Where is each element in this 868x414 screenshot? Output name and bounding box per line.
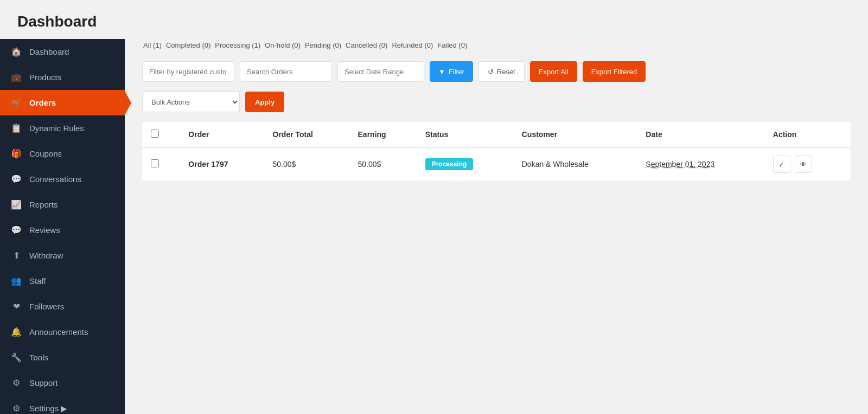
main-content: All (1) Completed (0) Processing (1) On-… — [125, 39, 868, 414]
bulk-actions-row: Bulk Actions Apply — [142, 92, 851, 112]
export-filtered-button[interactable]: Export Filtered — [583, 61, 646, 82]
reset-button[interactable]: ↺ Reset — [478, 61, 525, 82]
bulk-actions-select[interactable]: Bulk Actions — [142, 92, 240, 112]
sidebar-label-settings: Settings ▶ — [29, 404, 67, 413]
sidebar-item-announcements[interactable]: 🔔 Announcements — [0, 319, 125, 345]
tab-failed[interactable]: Failed (0) — [436, 39, 468, 51]
tab-completed[interactable]: Completed (0) — [165, 39, 212, 51]
col-status: Status — [417, 122, 513, 147]
col-action: Action — [764, 122, 851, 147]
status-badge: Processing — [425, 158, 474, 170]
sidebar-label-products: Products — [29, 73, 61, 82]
date-range-input[interactable] — [337, 61, 424, 82]
sidebar-item-dashboard[interactable]: 🏠 Dashboard — [0, 39, 125, 64]
export-all-label: Export All — [539, 68, 569, 76]
status-tabs: All (1) Completed (0) Processing (1) On-… — [142, 39, 851, 51]
col-date: Date — [637, 122, 764, 147]
col-order-total: Order Total — [264, 122, 349, 147]
col-customer: Customer — [513, 122, 637, 147]
staff-icon: 👥 — [11, 276, 22, 286]
support-icon: ⚙ — [11, 378, 22, 388]
sidebar-item-conversations[interactable]: 💬 Conversations — [0, 166, 125, 192]
tools-icon: 🔧 — [11, 352, 22, 363]
sidebar-item-tools[interactable]: 🔧 Tools — [0, 345, 125, 370]
sidebar-label-announcements: Announcements — [29, 327, 88, 337]
dashboard-icon: 🏠 — [11, 47, 22, 57]
customer-filter-input[interactable] — [142, 61, 234, 82]
select-all-checkbox[interactable] — [151, 130, 159, 138]
reports-icon: 📈 — [11, 199, 22, 210]
sidebar-item-followers[interactable]: ❤ Followers — [0, 294, 125, 319]
row-status: Processing — [417, 147, 513, 180]
dynamic-rules-icon: 📋 — [11, 123, 22, 133]
announcements-icon: 🔔 — [11, 327, 22, 337]
conversations-icon: 💬 — [11, 174, 22, 184]
withdraw-icon: ⬆ — [11, 250, 22, 261]
filter-bar: ▼ Filter ↺ Reset Export All Export Filte… — [142, 61, 851, 82]
tab-all[interactable]: All (1) — [142, 39, 163, 51]
row-checkbox[interactable] — [151, 159, 159, 167]
orders-table: Order Order Total Earning Status Custome… — [142, 122, 851, 180]
export-filtered-label: Export Filtered — [591, 68, 637, 76]
reviews-icon: 💬 — [11, 225, 22, 235]
sidebar-item-support[interactable]: ⚙ Support — [0, 370, 125, 396]
row-checkbox-cell — [142, 147, 180, 180]
products-icon: 💼 — [11, 72, 22, 82]
orders-table-container: Order Order Total Earning Status Custome… — [142, 122, 851, 180]
col-checkbox — [142, 122, 180, 147]
sidebar-label-conversations: Conversations — [29, 174, 81, 184]
sidebar-label-support: Support — [29, 378, 58, 387]
row-order-total: 50.00$ — [264, 147, 349, 180]
filter-icon: ▼ — [438, 68, 445, 76]
col-earning: Earning — [349, 122, 417, 147]
sidebar-item-reviews[interactable]: 💬 Reviews — [0, 217, 125, 243]
tab-processing[interactable]: Processing (1) — [214, 39, 261, 51]
sidebar-label-coupons: Coupons — [29, 149, 62, 158]
row-date: September 01, 2023 — [637, 147, 764, 180]
orders-icon: 🛒 — [11, 98, 22, 108]
apply-button[interactable]: Apply — [245, 92, 284, 112]
sidebar-item-orders[interactable]: 🛒 Orders — [0, 90, 125, 115]
sidebar-item-dynamic-rules[interactable]: 📋 Dynamic Rules — [0, 115, 125, 141]
page-title: Dashboard — [17, 13, 851, 30]
sidebar-item-products[interactable]: 💼 Products — [0, 64, 125, 90]
reset-label: Reset — [497, 68, 515, 76]
filter-label: Filter — [449, 68, 464, 76]
sidebar-label-withdraw: Withdraw — [29, 251, 63, 260]
row-order: Order 1797 — [180, 147, 264, 180]
coupons-icon: 🎁 — [11, 148, 22, 159]
tab-cancelled[interactable]: Cancelled (0) — [344, 39, 388, 51]
sidebar-label-tools: Tools — [29, 353, 48, 362]
tab-on-hold[interactable]: On-hold (0) — [264, 39, 302, 51]
filter-button[interactable]: ▼ Filter — [430, 61, 473, 82]
sidebar-item-settings[interactable]: ⚙ Settings ▶ — [0, 396, 125, 414]
sidebar-item-staff[interactable]: 👥 Staff — [0, 268, 125, 294]
sidebar-label-reports: Reports — [29, 200, 58, 209]
sidebar-label-reviews: Reviews — [29, 225, 60, 235]
tab-refunded[interactable]: Refunded (0) — [391, 39, 434, 51]
tab-pending[interactable]: Pending (0) — [304, 39, 342, 51]
sidebar-item-reports[interactable]: 📈 Reports — [0, 192, 125, 217]
col-order: Order — [180, 122, 264, 147]
sidebar-label-followers: Followers — [29, 302, 64, 311]
sidebar-item-coupons[interactable]: 🎁 Coupons — [0, 141, 125, 166]
search-orders-input[interactable] — [240, 61, 332, 82]
row-actions: ✓ 👁 — [764, 147, 851, 180]
export-all-button[interactable]: Export All — [530, 61, 577, 82]
sidebar: 🏠 Dashboard 💼 Products 🛒 Orders 📋 Dynami… — [0, 39, 125, 414]
sidebar-item-withdraw[interactable]: ⬆ Withdraw — [0, 243, 125, 268]
sidebar-label-dashboard: Dashboard — [29, 47, 69, 56]
row-earning: 50.00$ — [349, 147, 417, 180]
followers-icon: ❤ — [11, 301, 22, 312]
table-row: Order 1797 50.00$ 50.00$ Processing Doka… — [142, 147, 851, 180]
sidebar-label-dynamic-rules: Dynamic Rules — [29, 124, 84, 133]
settings-icon: ⚙ — [11, 403, 22, 413]
view-action-button[interactable]: 👁 — [795, 156, 812, 173]
sidebar-label-orders: Orders — [29, 98, 56, 107]
reset-icon: ↺ — [488, 68, 494, 76]
row-customer: Dokan & Wholesale — [513, 147, 637, 180]
row-date-value: September 01, 2023 — [646, 160, 714, 169]
complete-action-button[interactable]: ✓ — [773, 156, 790, 173]
sidebar-label-staff: Staff — [29, 276, 46, 286]
